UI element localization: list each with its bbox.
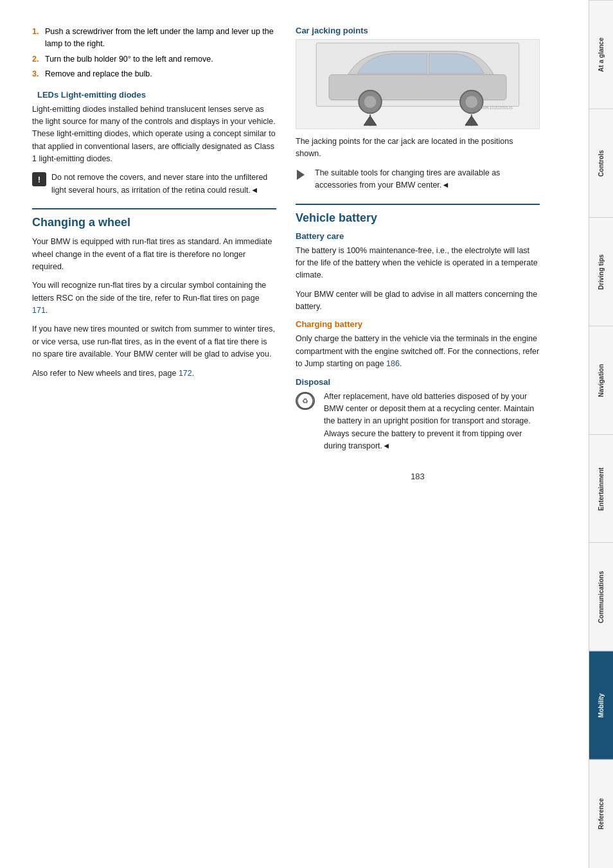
vehicle-battery-heading: Vehicle battery [296,211,540,225]
car-jacking-caption: The jacking points for the car jack are … [296,136,540,161]
left-column: 1. Push a screwdriver from the left unde… [32,26,276,842]
charging-battery-heading: Charging battery [296,319,540,329]
page-171-link[interactable]: 171 [32,306,46,315]
note-text: The suitable tools for changing tires ar… [315,167,540,192]
changing-wheel-p3: If you have new tires mounted or switch … [32,323,276,360]
step-1-num: 1. [32,26,41,51]
car-jacking-heading: Car jacking points [296,26,540,35]
sidebar: At a glance Controls Driving tips Naviga… [589,0,613,868]
warning-icon: ! [32,172,46,186]
changing-wheel-p4: Also refer to New wheels and tires, page… [32,368,276,380]
step-1: 1. Push a screwdriver from the left unde… [32,26,276,51]
step-3-text: Remove and replace the bulb. [45,68,152,80]
disposal-heading: Disposal [296,377,540,387]
battery-care-p1: The battery is 100% maintenance-free, i.… [296,245,540,282]
step-2-num: 2. [32,53,41,66]
sidebar-tab-navigation[interactable]: Navigation [589,326,613,434]
page-172-link[interactable]: 172 [179,369,192,378]
charging-battery-text: Only charge the battery in the vehicle v… [296,333,540,370]
page-186-link[interactable]: 186 [386,359,400,368]
svg-text:♻: ♻ [302,397,308,405]
note-box: The suitable tools for changing tires ar… [296,167,540,192]
sidebar-tab-communications[interactable]: Communications [589,542,613,651]
numbered-steps: 1. Push a screwdriver from the left unde… [32,26,276,81]
changing-wheel-heading: Changing a wheel [32,216,276,229]
disposal-recycling-icon: ♻ [296,392,315,410]
step-2-text: Turn the bulb holder 90° to the left and… [45,53,213,66]
disposal-text: After replacement, have old batteries di… [324,391,540,453]
warning-text: Do not remove the covers, and never star… [51,172,276,197]
sidebar-tab-entertainment[interactable]: Entertainment [589,434,613,543]
svg-point-3 [364,96,377,109]
changing-wheel-p1: Your BMW is equipped with run-flat tires… [32,236,276,273]
svg-text:UMK1020350US: UMK1020350US [479,105,513,110]
battery-care-heading: Battery care [296,231,540,241]
note-triangle-icon [296,168,310,182]
vehicle-battery-divider [296,204,540,205]
sidebar-tab-controls[interactable]: Controls [589,109,613,217]
battery-care-p2: Your BMW center will be glad to advise i… [296,288,540,314]
changing-wheel-p2: You will recognize run-flat tires by a c… [32,279,276,317]
sidebar-tab-driving-tips[interactable]: Driving tips [589,217,613,326]
car-jack-image: UMK1020350US [296,39,540,129]
step-3: 3. Remove and replace the bulb. [32,68,276,80]
sidebar-tab-mobility[interactable]: Mobility [589,651,613,759]
leds-heading: LEDs Light-emitting diodes [32,90,276,100]
section-divider [32,208,276,209]
right-column: Car jacking points [296,26,540,842]
leds-text: Light-emitting diodes installed behind t… [32,103,276,166]
sidebar-tab-reference[interactable]: Reference [589,759,613,868]
step-2: 2. Turn the bulb holder 90° to the left … [32,53,276,66]
svg-point-5 [465,96,478,109]
step-1-text: Push a screwdriver from the left under t… [45,26,276,51]
warning-box: ! Do not remove the covers, and never st… [32,172,276,197]
page-number: 183 [296,472,540,481]
step-3-num: 3. [32,68,41,80]
disposal-section: ♻ After replacement, have old batteries … [296,391,540,459]
sidebar-tab-at-a-glance[interactable]: At a glance [589,0,613,109]
